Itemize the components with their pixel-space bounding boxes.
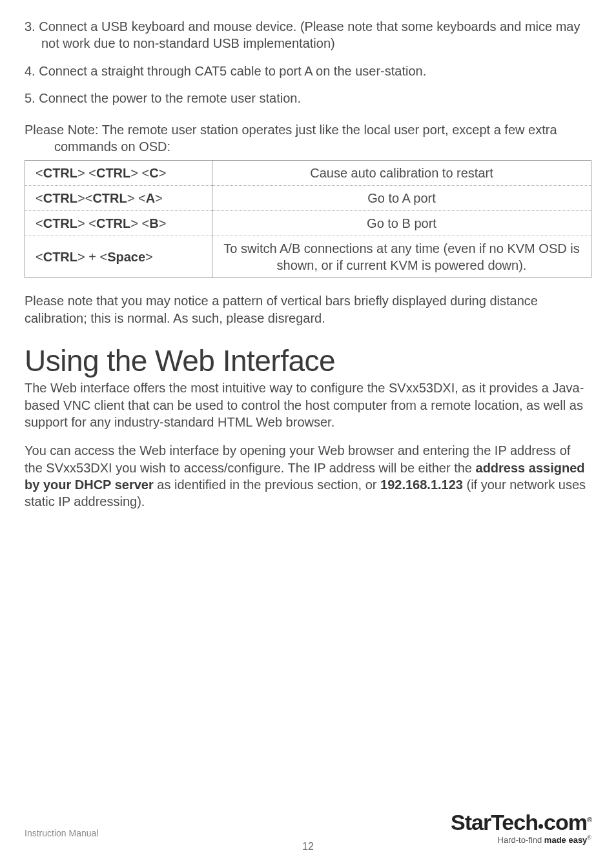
list-number: 4. [25, 64, 36, 78]
section-heading: Using the Web Interface [25, 343, 591, 378]
desc-cell: To switch A/B connections at any time (e… [212, 236, 591, 278]
key-cell: <CTRL> + <Space> [25, 236, 212, 278]
list-text: Connect a USB keyboard and mouse device.… [39, 19, 580, 50]
commands-table: <CTRL> <CTRL> <C> Cause auto calibration… [25, 160, 591, 278]
list-number: 3. [25, 19, 36, 34]
table-row: <CTRL><CTRL> <A> Go to A port [25, 186, 591, 211]
note-text: Please Note: The remote user station ope… [25, 121, 591, 156]
table-row: <CTRL> + <Space> To switch A/B connectio… [25, 236, 591, 278]
body-text: You can access the Web interface by open… [25, 442, 591, 510]
desc-cell: Cause auto calibration to restart [212, 161, 591, 186]
list-item: 5. Connect the power to the remote user … [25, 90, 591, 106]
page-number: 12 [302, 841, 314, 853]
table-row: <CTRL> <CTRL> <B> Go to B port [25, 211, 591, 236]
list-item: 3. Connect a USB keyboard and mouse devi… [25, 18, 591, 52]
brand-logo: StarTechcom® Hard-to-find made easy® [451, 811, 591, 845]
numbered-list: 3. Connect a USB keyboard and mouse devi… [25, 18, 591, 107]
desc-cell: Go to B port [212, 211, 591, 236]
logo-dot-icon [539, 824, 543, 829]
body-text: Please note that you may notice a patter… [25, 292, 591, 327]
list-text: Connect the power to the remote user sta… [39, 91, 301, 105]
logo-tagline: Hard-to-find made easy® [451, 834, 591, 845]
logo-text: StarTechcom® [451, 811, 591, 833]
key-cell: <CTRL> <CTRL> <C> [25, 161, 212, 186]
list-number: 5. [25, 91, 36, 105]
desc-cell: Go to A port [212, 186, 591, 211]
footer-label: Instruction Manual [25, 828, 98, 838]
key-cell: <CTRL><CTRL> <A> [25, 186, 212, 211]
table-row: <CTRL> <CTRL> <C> Cause auto calibration… [25, 161, 591, 186]
list-text: Connect a straight through CAT5 cable to… [39, 64, 426, 78]
key-cell: <CTRL> <CTRL> <B> [25, 211, 212, 236]
body-text: The Web interface offers the most intuit… [25, 379, 591, 430]
list-item: 4. Connect a straight through CAT5 cable… [25, 63, 591, 79]
